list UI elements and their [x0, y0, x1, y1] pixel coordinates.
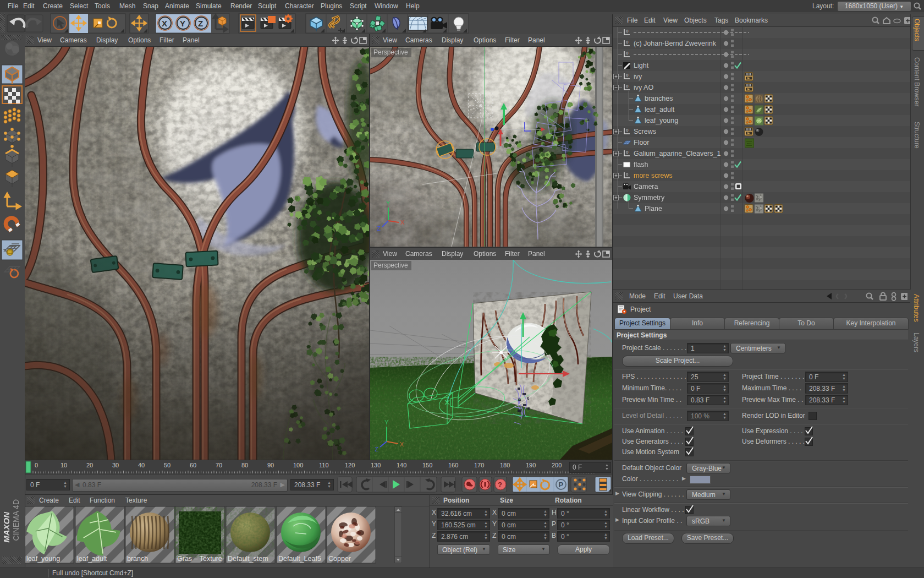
svg-text:leaf_young: leaf_young	[26, 555, 60, 563]
svg-text:50: 50	[164, 462, 170, 468]
svg-text:40: 40	[138, 462, 145, 468]
svg-text:0: 0	[626, 150, 629, 155]
svg-text:branch: branch	[127, 555, 148, 563]
svg-text:0: 0	[626, 172, 629, 177]
svg-text:Gras – Texture: Gras – Texture	[177, 555, 222, 563]
svg-text:140: 140	[397, 462, 406, 468]
svg-text:leaf_young: leaf_young	[645, 117, 678, 124]
svg-text:Galium_aparine_Cleavers_1: Galium_aparine_Cleavers_1	[634, 150, 721, 157]
svg-text:leaf_adult: leaf_adult	[77, 555, 107, 563]
svg-text:180: 180	[500, 462, 510, 468]
svg-text:Camera: Camera	[634, 183, 658, 190]
svg-text:0: 0	[626, 40, 629, 45]
svg-text:Z: Z	[198, 19, 203, 28]
svg-text:30: 30	[112, 462, 119, 468]
svg-text:110: 110	[319, 462, 329, 468]
svg-text:Y: Y	[384, 419, 389, 426]
svg-text:ivy AO: ivy AO	[634, 84, 653, 91]
svg-text:Z: Z	[375, 446, 378, 452]
svg-text:60: 60	[190, 462, 196, 468]
svg-text:Y: Y	[386, 200, 391, 206]
svg-text:leaf_adult: leaf_adult	[645, 106, 675, 113]
svg-text:120: 120	[345, 462, 355, 468]
svg-text:X: X	[400, 441, 404, 448]
svg-text:X: X	[162, 19, 167, 28]
svg-text:Plane: Plane	[645, 205, 662, 212]
svg-text:10: 10	[61, 462, 67, 468]
svg-text:Screws: Screws	[634, 128, 656, 135]
svg-text:X: X	[400, 219, 405, 226]
svg-text:Light: Light	[634, 62, 649, 69]
svg-text:0: 0	[626, 84, 629, 89]
svg-text:0: 0	[626, 51, 629, 56]
svg-text:ivy: ivy	[634, 73, 642, 80]
svg-text:150: 150	[422, 462, 432, 468]
svg-text:Copper: Copper	[328, 555, 351, 563]
svg-text:more screws: more screws	[634, 172, 673, 179]
svg-text:Default_Leaf5: Default_Leaf5	[278, 555, 321, 563]
svg-text:0: 0	[626, 29, 629, 34]
svg-text:Floor: Floor	[634, 139, 649, 146]
svg-text:0: 0	[626, 128, 629, 133]
svg-text:170: 170	[474, 462, 484, 468]
svg-text:Default_stem: Default_stem	[228, 555, 268, 563]
svg-text:100: 100	[293, 462, 303, 468]
svg-text:branches: branches	[645, 95, 673, 102]
svg-text:90: 90	[267, 462, 274, 468]
svg-text:flash: flash	[634, 161, 648, 168]
svg-text:200: 200	[552, 462, 562, 468]
svg-text:Symmetry: Symmetry	[634, 194, 665, 201]
svg-text:80: 80	[241, 462, 248, 468]
svg-text:?: ?	[498, 481, 502, 489]
svg-text:130: 130	[371, 462, 381, 468]
svg-text:160: 160	[448, 462, 458, 468]
svg-text:Z: Z	[377, 225, 381, 232]
svg-text:70: 70	[216, 462, 222, 468]
svg-text:P: P	[559, 481, 564, 489]
svg-text:0: 0	[35, 462, 38, 468]
svg-text:190: 190	[526, 462, 536, 468]
svg-text:(c) Johan-Bernd Zweverink: (c) Johan-Bernd Zweverink	[634, 40, 717, 47]
svg-text:0: 0	[626, 73, 629, 78]
svg-text:Y: Y	[180, 19, 185, 28]
svg-text:20: 20	[86, 462, 93, 468]
